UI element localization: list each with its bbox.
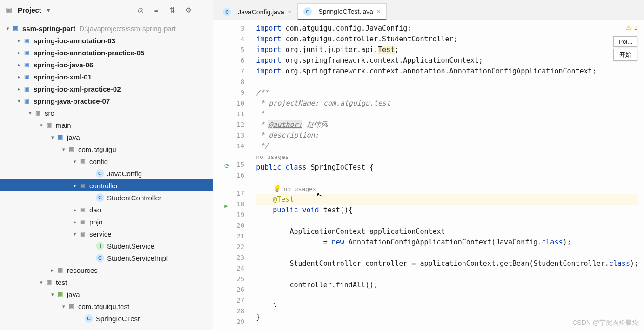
project-tree[interactable]: ▾ ▣ ssm-spring-part D:\javaprojects\ssm-… bbox=[0, 20, 213, 330]
class-label: StudentController bbox=[107, 194, 161, 202]
chevron-down-icon[interactable]: ▾ bbox=[49, 291, 56, 297]
tree-test-java[interactable]: ▾▣java bbox=[0, 288, 213, 300]
chevron-down-icon[interactable]: ▾ bbox=[5, 26, 11, 32]
project-title[interactable]: Project bbox=[18, 6, 41, 14]
chevron-down-icon[interactable]: ▾ bbox=[60, 304, 67, 310]
collapse-icon[interactable]: ⇅ bbox=[168, 6, 176, 14]
floating-popup: Poi... 开始 bbox=[613, 36, 637, 61]
tree-java-source[interactable]: ▾▣java bbox=[0, 131, 213, 143]
module-label: spring-ioc-java-06 bbox=[34, 61, 93, 69]
watermark: CSDN @芋泥肉松脑袋 bbox=[572, 319, 638, 327]
folder-label: config bbox=[89, 158, 108, 165]
chevron-down-icon[interactable]: ▾ bbox=[16, 98, 22, 104]
popup-line1[interactable]: Poi... bbox=[613, 36, 637, 47]
class-label: StudentService bbox=[107, 242, 154, 250]
chevron-right-icon[interactable]: ▸ bbox=[72, 207, 78, 213]
chevron-down-icon[interactable]: ▾ bbox=[72, 158, 78, 165]
tree-package[interactable]: ▾▣com.atguigu bbox=[0, 143, 213, 155]
chevron-down-icon[interactable]: ▾ bbox=[49, 134, 56, 140]
tree-test[interactable]: ▾▣test bbox=[0, 276, 213, 288]
target-icon[interactable]: ◎ bbox=[136, 6, 145, 14]
module-icon: ▣ bbox=[22, 36, 31, 45]
chevron-down-icon[interactable]: ▾ bbox=[38, 279, 45, 285]
package-icon: ▣ bbox=[78, 181, 87, 190]
tree-module[interactable]: ▸▣spring-ioc-annotation-03 bbox=[0, 34, 213, 46]
tree-module[interactable]: ▸▣spring-ioc-xml-practice-02 bbox=[0, 83, 213, 95]
tree-class-studentserviceimpl[interactable]: CStudentServiceImpl bbox=[0, 252, 213, 264]
package-icon: ▣ bbox=[78, 230, 87, 238]
problems-indicator[interactable]: ⚠ 1 bbox=[626, 24, 637, 31]
module-icon: ▣ bbox=[22, 73, 31, 81]
tree-folder-dao[interactable]: ▸▣dao bbox=[0, 204, 213, 216]
close-icon[interactable]: × bbox=[377, 8, 381, 15]
tree-module[interactable]: ▸▣spring-ioc-annotation-practice-05 bbox=[0, 46, 213, 59]
tree-folder-controller[interactable]: ▾▣controller bbox=[0, 179, 213, 191]
java-label: java bbox=[67, 133, 80, 141]
chevron-right-icon[interactable]: ▸ bbox=[72, 219, 78, 225]
gear-icon[interactable]: ⚙ bbox=[184, 6, 192, 14]
tree-class-studentcontroller[interactable]: CStudentController bbox=[0, 191, 213, 204]
chevron-right-icon[interactable]: ▸ bbox=[49, 267, 56, 273]
chevron-right-icon[interactable]: ▸ bbox=[16, 62, 22, 68]
chevron-right-icon[interactable]: ▸ bbox=[16, 50, 22, 56]
tree-class-springioctest[interactable]: CSpringIoCTest bbox=[0, 312, 213, 324]
chevron-down-icon[interactable]: ▼ bbox=[46, 7, 51, 13]
chevron-right-icon[interactable]: ▸ bbox=[16, 38, 22, 44]
test-root-icon: ▣ bbox=[56, 290, 64, 298]
tree-folder-config[interactable]: ▾▣config bbox=[0, 155, 213, 167]
chevron-down-icon[interactable]: ▾ bbox=[60, 146, 67, 152]
tab-springioctest[interactable]: C SpringIoCTest.java × bbox=[297, 3, 386, 20]
sources-root-icon: ▣ bbox=[56, 133, 64, 141]
tree-folder-service[interactable]: ▾▣service bbox=[0, 228, 213, 240]
class-icon: C bbox=[85, 314, 93, 323]
chevron-down-icon[interactable]: ▾ bbox=[72, 231, 78, 237]
folder-icon: ▣ bbox=[45, 278, 53, 286]
tree-main[interactable]: ▾▣main bbox=[0, 119, 213, 131]
tree-module[interactable]: ▸▣spring-ioc-xml-01 bbox=[0, 71, 213, 83]
class-icon: C bbox=[96, 193, 104, 202]
module-label: spring-ioc-xml-01 bbox=[34, 73, 92, 81]
tree-test-package[interactable]: ▾▣com.atguigu.test bbox=[0, 300, 213, 312]
tree-resources[interactable]: ▸▣resources bbox=[0, 264, 213, 276]
tree-src[interactable]: ▾▣src bbox=[0, 107, 213, 119]
tree-module[interactable]: ▸▣spring-ioc-java-06 bbox=[0, 59, 213, 71]
chevron-down-icon[interactable]: ▾ bbox=[38, 122, 45, 128]
chevron-down-icon[interactable]: ▾ bbox=[27, 110, 34, 116]
pkg-label: com.atguigu bbox=[78, 145, 116, 153]
code[interactable]: import com.atguigu.config.JavaConfig;imp… bbox=[250, 20, 644, 330]
project-header: ▣ Project ▼ ◎ ≡ ⇅ ⚙ — bbox=[0, 0, 213, 20]
interface-icon: I bbox=[96, 242, 104, 250]
root-label: ssm-spring-part bbox=[22, 25, 75, 33]
module-label: spring-ioc-annotation-practice-05 bbox=[34, 49, 144, 57]
package-icon: ▣ bbox=[67, 302, 75, 310]
tree-interface-studentservice[interactable]: IStudentService bbox=[0, 240, 213, 252]
root-path: D:\javaprojects\ssm-spring-part bbox=[79, 25, 176, 33]
minimize-icon[interactable]: — bbox=[200, 6, 208, 14]
module-icon: ▣ bbox=[22, 97, 31, 105]
chevron-right-icon[interactable]: ▸ bbox=[16, 86, 22, 92]
gutter[interactable]: 3456789101112131415161718192021222324252… bbox=[213, 20, 250, 330]
module-icon: ▣ bbox=[22, 48, 31, 57]
chevron-down-icon[interactable]: ▾ bbox=[72, 183, 78, 189]
close-icon[interactable]: × bbox=[288, 8, 292, 15]
package-icon: ▣ bbox=[78, 205, 87, 214]
main-label: main bbox=[56, 121, 71, 129]
code-area[interactable]: 3456789101112131415161718192021222324252… bbox=[213, 20, 644, 330]
class-label: StudentServiceImpl bbox=[107, 254, 168, 262]
pkg-label: com.atguigu.test bbox=[78, 303, 129, 310]
expand-icon[interactable]: ≡ bbox=[152, 6, 161, 14]
module-label: spring-ioc-annotation-03 bbox=[34, 37, 115, 45]
tree-module-expanded[interactable]: ▾▣spring-java-practice-07 bbox=[0, 95, 213, 107]
popup-line2[interactable]: 开始 bbox=[613, 49, 637, 61]
resources-icon: ▣ bbox=[56, 266, 64, 274]
tree-folder-pojo[interactable]: ▸▣pojo bbox=[0, 216, 213, 228]
class-icon: C bbox=[223, 8, 231, 16]
folder-icon: ▣ bbox=[45, 121, 53, 129]
chevron-right-icon[interactable]: ▸ bbox=[16, 74, 22, 80]
package-icon: ▣ bbox=[67, 145, 75, 153]
test-label: test bbox=[56, 278, 67, 286]
tree-class-javaconfig[interactable]: CJavaConfig bbox=[0, 167, 213, 179]
tab-javaconfig[interactable]: C JavaConfig.java × bbox=[217, 3, 297, 20]
package-icon: ▣ bbox=[78, 157, 87, 165]
tree-root[interactable]: ▾ ▣ ssm-spring-part D:\javaprojects\ssm-… bbox=[0, 22, 213, 34]
